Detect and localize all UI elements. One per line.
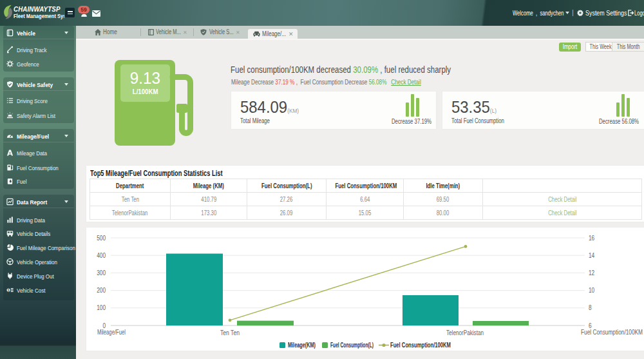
svg-text:Fuel Consumption/100KM: Fuel Consumption/100KM bbox=[581, 329, 643, 336]
svg-text:Ten Ten: Ten Ten bbox=[220, 329, 240, 336]
svg-text:16: 16 bbox=[589, 235, 595, 242]
svg-text:10: 10 bbox=[589, 287, 595, 294]
svg-text:100: 100 bbox=[97, 304, 106, 311]
svg-text:$: $ bbox=[8, 289, 10, 292]
svg-text:6: 6 bbox=[589, 322, 592, 329]
svg-text:300: 300 bbox=[97, 269, 106, 277]
svg-text:500: 500 bbox=[97, 235, 106, 242]
svg-text:Mileage(KM): Mileage(KM) bbox=[288, 342, 316, 349]
svg-text:400: 400 bbox=[97, 252, 106, 259]
svg-text:200: 200 bbox=[97, 287, 106, 294]
svg-text:8: 8 bbox=[589, 304, 592, 311]
svg-text:Fuel Consumption/100KM: Fuel Consumption/100KM bbox=[390, 342, 451, 349]
svg-text:Fuel Consumption(L): Fuel Consumption(L) bbox=[330, 342, 374, 349]
svg-text:14: 14 bbox=[589, 252, 595, 259]
svg-text:0: 0 bbox=[102, 322, 106, 329]
svg-text:Mileage/Fuel: Mileage/Fuel bbox=[97, 329, 126, 336]
svg-text:12: 12 bbox=[589, 269, 595, 277]
svg-text:TelenorPakistan: TelenorPakistan bbox=[446, 329, 484, 336]
